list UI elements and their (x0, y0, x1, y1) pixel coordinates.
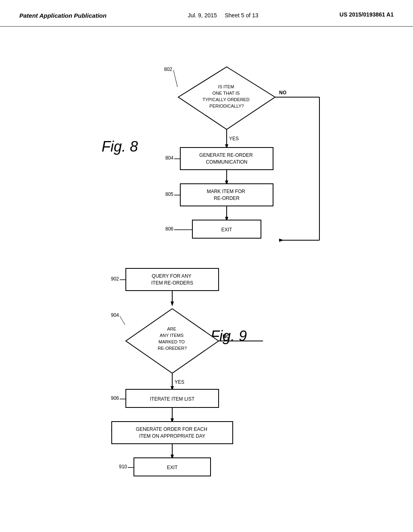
node-806-id: 806 (165, 226, 173, 232)
publication-label: Patent Application Publication (19, 11, 106, 20)
patent-number: US 2015/0193861 A1 (340, 11, 394, 18)
node-902-shape (126, 268, 219, 291)
node-906-text: ITERATE ITEM LIST (150, 396, 195, 402)
node-906-id: 906 (111, 395, 119, 401)
node-908-shape (112, 422, 233, 444)
sheet-info: Sheet 5 of 13 (225, 12, 258, 19)
node-804-shape (180, 148, 273, 170)
node-802-pointer (173, 70, 177, 87)
yes-label-fig8: YES (229, 136, 239, 141)
diagram-content: Fig. 8 IS ITEM ONE THAT IS TYPICALLY ORD… (0, 27, 413, 532)
node-904-pointer (120, 316, 125, 325)
fig8-title: Fig. 8 (102, 138, 138, 155)
node-902-id: 902 (111, 276, 119, 282)
node-806-text: EXIT (221, 227, 232, 233)
node-805-id: 805 (165, 191, 173, 197)
flowchart-svg: Fig. 8 IS ITEM ONE THAT IS TYPICALLY ORD… (13, 35, 400, 526)
node-805-shape (180, 184, 273, 206)
page-header: Patent Application Publication Jul. 9, 2… (0, 0, 413, 27)
diagram-container: Fig. 8 IS ITEM ONE THAT IS TYPICALLY ORD… (0, 35, 413, 526)
no-label-fig9: NO (223, 334, 230, 339)
node-904-id: 904 (111, 312, 119, 318)
node-910-text: EXIT (167, 465, 178, 470)
yes-label-904: YES (175, 379, 184, 385)
no-label-fig8: NO (279, 90, 286, 96)
header-center: Jul. 9, 2015 Sheet 5 of 13 (188, 11, 258, 20)
node-804-id: 804 (165, 155, 173, 161)
node-910-id: 910 (119, 464, 127, 470)
no-arrowhead (279, 239, 284, 242)
arrowhead-902-904 (171, 301, 174, 306)
node-802-id: 802 (164, 66, 172, 72)
publication-date: Jul. 9, 2015 (188, 12, 217, 19)
